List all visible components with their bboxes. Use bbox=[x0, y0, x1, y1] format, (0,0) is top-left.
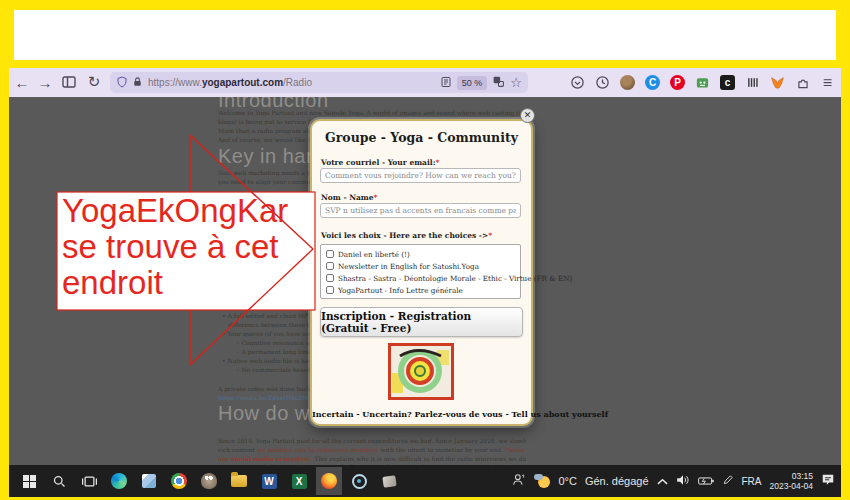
robot-extension-icon[interactable] bbox=[693, 73, 712, 92]
word-app-icon[interactable]: W bbox=[256, 467, 282, 495]
how-text-line: Since 2010, Yoga Partout paid for all th… bbox=[218, 437, 526, 444]
clock-date: 2023-04-04 bbox=[770, 481, 813, 491]
choice-shastra[interactable]: Shastra - Sastra - Déontologie Morale - … bbox=[321, 272, 520, 284]
reload-button[interactable]: ↻ bbox=[83, 71, 105, 93]
choices-label: Voici les choix - Here are the choices -… bbox=[321, 231, 492, 240]
history-clock-icon[interactable] bbox=[593, 73, 612, 92]
page-content: Introduction Welcome to Yoga Partout and… bbox=[9, 97, 841, 465]
gimp-app-icon[interactable] bbox=[196, 467, 222, 495]
how-text-line: our social media ecosystem. This explain… bbox=[218, 455, 526, 462]
email-label: Votre courriel - Your email:* bbox=[321, 158, 439, 167]
pinterest-icon[interactable]: P bbox=[668, 73, 687, 92]
checkbox-icon[interactable] bbox=[326, 286, 334, 294]
checkbox-icon[interactable] bbox=[326, 250, 334, 258]
modal-footer-note: Incertain - Uncertain? Parlez-vous de vo… bbox=[312, 409, 531, 419]
extension-c-black-icon[interactable]: c bbox=[718, 73, 737, 92]
choice-yogapartout-info[interactable]: YogaPartout - Info Lettre générale bbox=[321, 284, 520, 296]
volume-icon[interactable] bbox=[676, 472, 690, 490]
browser-window: ← → ↻ https://www.yogapartout.com/Radio … bbox=[9, 68, 841, 497]
extension-strip: C P c ≡ bbox=[568, 71, 837, 94]
choice-newsletter-english[interactable]: Newsletter in English for Satoshi.Yoga bbox=[321, 260, 520, 272]
email-field[interactable] bbox=[320, 168, 521, 183]
modal-close-button[interactable]: ✕ bbox=[520, 108, 535, 123]
profile-avatar[interactable] bbox=[618, 73, 637, 92]
annotation-text: YogaEkOngKar se trouve à cet endroit bbox=[62, 193, 288, 301]
tray-chevron-up-icon[interactable] bbox=[657, 472, 668, 490]
weather-temperature[interactable]: 0°C bbox=[558, 475, 576, 487]
firefox-app-icon[interactable] bbox=[316, 467, 342, 495]
system-tray: 0°C Gén. dégagé FRA 03:15 2023-04-04 bbox=[512, 471, 841, 491]
url-text: https://www.yogapartout.com/Radio bbox=[148, 77, 312, 88]
extensions-puzzle-icon[interactable] bbox=[793, 73, 812, 92]
how-text-line: rich content we produce only to register… bbox=[218, 446, 526, 453]
pocket-icon[interactable] bbox=[568, 73, 587, 92]
reader-view-icon[interactable] bbox=[440, 74, 452, 92]
taskbar-apps: W X bbox=[9, 467, 402, 495]
sidebar-toggle-icon[interactable] bbox=[58, 71, 80, 93]
clock-time: 03:15 bbox=[770, 471, 813, 481]
intro-text-line: Welcome to Yoga Partout and now Satoshi … bbox=[218, 109, 526, 116]
translate-icon[interactable] bbox=[492, 74, 505, 92]
registered-members-link: we produce only to registered members bbox=[257, 446, 379, 453]
language-indicator[interactable]: FRA bbox=[742, 476, 762, 487]
file-explorer-icon[interactable] bbox=[226, 467, 252, 495]
search-icon[interactable] bbox=[46, 467, 72, 495]
lock-icon[interactable] bbox=[132, 74, 143, 92]
browser-toolbar: ← → ↻ https://www.yogapartout.com/Radio … bbox=[9, 68, 841, 98]
metamask-fox-icon[interactable] bbox=[768, 73, 787, 92]
name-label: Nom - Name* bbox=[321, 193, 378, 202]
weather-moon-cloud-icon[interactable] bbox=[534, 474, 550, 488]
menu-hamburger-icon[interactable]: ≡ bbox=[818, 73, 837, 92]
photos3d-app-icon[interactable] bbox=[376, 467, 402, 495]
checkbox-icon[interactable] bbox=[326, 262, 334, 270]
extension-c-blue-icon[interactable]: C bbox=[643, 73, 662, 92]
name-field[interactable] bbox=[320, 203, 521, 218]
masked-titlebar bbox=[14, 10, 836, 60]
windows-taskbar: W X 0°C Gén. dégagé FR bbox=[9, 465, 841, 497]
modal-title: Groupe - Yoga - Community bbox=[312, 130, 531, 145]
weather-condition[interactable]: Gén. dégagé bbox=[585, 475, 649, 487]
record-app-icon[interactable] bbox=[346, 467, 372, 495]
barcode-extension-icon[interactable] bbox=[743, 73, 762, 92]
start-button[interactable] bbox=[16, 467, 42, 495]
checkbox-icon[interactable] bbox=[326, 274, 334, 282]
back-button[interactable]: ← bbox=[11, 71, 33, 93]
people-icon[interactable] bbox=[512, 472, 526, 490]
notification-center-icon[interactable] bbox=[821, 472, 835, 490]
choices-group: Daniel en liberté (!) Newsletter in Engl… bbox=[320, 244, 521, 299]
zoom-level-indicator[interactable]: 50 % bbox=[457, 76, 488, 90]
bookmark-star-icon[interactable]: ☆ bbox=[510, 75, 522, 90]
subscription-modal: Groupe - Yoga - Community Votre courriel… bbox=[310, 119, 533, 426]
clock[interactable]: 03:15 2023-04-04 bbox=[770, 471, 813, 491]
forward-button[interactable]: → bbox=[34, 71, 56, 93]
chrome-app-icon[interactable] bbox=[166, 467, 192, 495]
edge-app-icon[interactable] bbox=[106, 467, 132, 495]
choice-daniel[interactable]: Daniel en liberté (!) bbox=[321, 248, 520, 260]
shield-icon[interactable] bbox=[116, 74, 128, 92]
task-view-icon[interactable] bbox=[76, 467, 102, 495]
register-button[interactable]: Inscription - Registration (Gratuit - Fr… bbox=[320, 307, 523, 337]
spiral-painting-image bbox=[388, 343, 454, 400]
pen-icon[interactable] bbox=[722, 472, 734, 490]
notes-app-icon[interactable] bbox=[136, 467, 162, 495]
battery-charging-icon[interactable] bbox=[698, 472, 714, 490]
url-bar[interactable]: https://www.yogapartout.com/Radio 50 % ☆ bbox=[110, 72, 528, 93]
excel-app-icon[interactable]: X bbox=[286, 467, 312, 495]
